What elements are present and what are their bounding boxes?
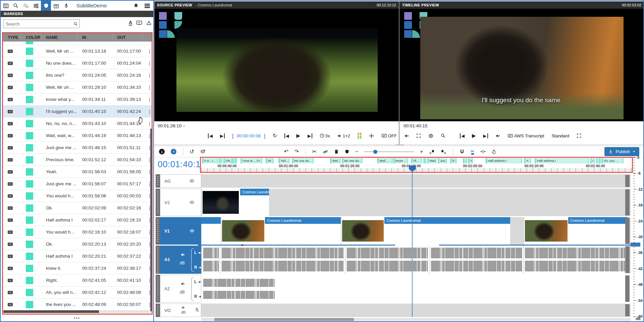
subtitle-block[interactable]: Half asthma I: [535, 158, 589, 164]
track-v2-lane[interactable]: Cosmos Laundro: [201, 189, 631, 216]
quality-selector[interactable]: Standard: [551, 133, 569, 138]
db-toggle[interactable]: dB: [180, 290, 185, 295]
mute-icon[interactable]: [404, 134, 409, 138]
goto-in-button[interactable]: ◀: [208, 133, 213, 138]
markers-vscrollbar-thumb[interactable]: [150, 129, 152, 311]
eye-icon[interactable]: [189, 200, 195, 205]
marker-color-swatch[interactable]: [26, 42, 33, 44]
track-ag-header[interactable]: AG: [160, 174, 201, 188]
export-download-icon[interactable]: [146, 20, 152, 25]
speaker-icon[interactable]: [180, 252, 185, 257]
workflow-gears-icon[interactable]: [21, 1, 31, 11]
marker-row[interactable]: Ok.00:02:02:0900:02:02:16⋮: [3, 202, 152, 214]
zoom-slider-knob[interactable]: [373, 150, 377, 154]
track-vo-grip[interactable]: [156, 304, 160, 317]
marker-row[interactable]: Precious time.00:01:52:1200:01:54:10⋮: [3, 154, 152, 166]
audio-clip[interactable]: [202, 246, 220, 274]
marker-row[interactable]: know what y...00:01:34:1100:01:39:13⋮: [3, 93, 152, 106]
marker-color-swatch[interactable]: [26, 120, 33, 127]
track-scroll-meter-block[interactable]: [625, 246, 630, 273]
timeline-tick-strip[interactable]: [201, 168, 632, 172]
snap-magnet-button[interactable]: [460, 149, 465, 154]
track-scroll-meter-block[interactable]: [625, 304, 630, 316]
col-color[interactable]: COLOR: [21, 33, 41, 42]
subtitle-block[interactable]: Half asthma I: [485, 158, 522, 164]
search-input[interactable]: [4, 21, 73, 26]
eye-icon[interactable]: [189, 229, 195, 233]
marker-color-swatch[interactable]: [26, 265, 33, 272]
subtitle-block[interactable]: I'll...: [411, 158, 422, 164]
razor-tool-button[interactable]: ✂: [471, 149, 474, 155]
subtitle-block[interactable]: No one do...: [342, 158, 363, 164]
track-a1-header[interactable]: A1 dB L R: [160, 246, 201, 274]
fullscreen-icon[interactable]: [416, 133, 421, 138]
fullscreen-icon[interactable]: [577, 133, 581, 138]
subtitle-block[interactable]: Wait...: [427, 158, 437, 164]
chevron-down-icon[interactable]: ∨: [183, 124, 185, 128]
audio-clip[interactable]: [524, 246, 630, 274]
marker-color-swatch[interactable]: [26, 144, 33, 151]
panel-resize-handle[interactable]: •••: [1, 316, 153, 321]
revert-icon[interactable]: ↺: [190, 148, 194, 155]
track-v1-grip[interactable]: [156, 217, 160, 245]
subtitle-block[interactable]: [599, 158, 601, 164]
mute-icon[interactable]: [495, 134, 500, 138]
marker-row[interactable]: No one does...00:01:17:0000:01:24:04⋮: [3, 57, 152, 69]
undo-button[interactable]: ↶: [284, 148, 288, 155]
marker-row[interactable]: Well, Mr uh ...00:01:13:1800:01:17:00⋮: [3, 45, 152, 57]
marker-row[interactable]: You would h...00:01:58:0600:02:00:03⋮: [3, 190, 152, 202]
subtitle-block[interactable]: Wel...: [330, 158, 341, 164]
track-ag-grip[interactable]: [156, 174, 160, 188]
play-button[interactable]: ▶: [472, 133, 476, 139]
marker-row[interactable]: Just give me ...00:01:56:0700:01:57:17⋮: [3, 178, 152, 190]
markers-hscrollbar-thumb[interactable]: [3, 310, 99, 313]
marker-menu-icon[interactable]: ⋮: [147, 109, 152, 114]
insert-overwrite-left-button[interactable]: [429, 149, 435, 154]
subtitle-block[interactable]: W...: [266, 158, 274, 164]
next-frame-button[interactable]: ▶: [483, 133, 488, 138]
subtitle-display-icon[interactable]: [136, 20, 142, 25]
mic-muted-icon[interactable]: [195, 307, 200, 313]
audio-channels[interactable]: 1+2: [337, 133, 350, 138]
settings-sliders-icon[interactable]: [31, 1, 41, 11]
video-clip[interactable]: Cosmos Laundromat: [524, 217, 628, 245]
next-frame-button[interactable]: ▶: [308, 133, 312, 138]
db-toggle[interactable]: dB: [181, 310, 185, 314]
track-scroll-meter-block[interactable]: [625, 189, 630, 215]
goto-out-button[interactable]: ▶: [220, 133, 225, 138]
marker-row[interactable]: this one?00:01:24:0500:01:24:16⋮: [3, 69, 152, 81]
marker-menu-icon[interactable]: ⋮: [147, 73, 152, 78]
track-scroll-meter-block[interactable]: [625, 275, 630, 302]
marker-color-swatch[interactable]: [26, 180, 33, 188]
channel-left[interactable]: L: [194, 279, 202, 284]
marker-color-swatch[interactable]: [26, 229, 33, 236]
marker-row[interactable]: ⋮: [3, 42, 152, 45]
marker-color-swatch[interactable]: [26, 204, 33, 212]
marker-color-swatch[interactable]: [26, 277, 33, 284]
marker-row[interactable]: Just give me ...00:01:48:1500:01:51:11⋮: [3, 142, 152, 154]
marker-row[interactable]: knew it.00:02:37:2400:02:38:17⋮: [3, 262, 152, 274]
delete-trash-button[interactable]: [334, 149, 339, 154]
marker-row[interactable]: I'll suggest yo...00:01:40:1500:01:42:24…: [3, 106, 152, 118]
track-a1-grip[interactable]: [156, 246, 160, 274]
marker-row[interactable]: Half asthma I00:02:20:2100:02:37:22⋮: [3, 250, 152, 262]
font-style-icon[interactable]: A: [129, 20, 132, 25]
markers-shield-icon[interactable]: [41, 1, 51, 11]
track-a2-lane[interactable]: [201, 275, 631, 303]
marker-menu-icon[interactable]: ⋮: [147, 61, 152, 66]
transcript-selector[interactable]: AWS Transcript: [507, 133, 544, 138]
video-clip[interactable]: Cosmos Laundromat: [221, 217, 341, 245]
track-scroll-meter-block[interactable]: [625, 175, 630, 187]
marker-color-swatch[interactable]: [26, 253, 33, 260]
marker-color-swatch[interactable]: [26, 241, 33, 248]
audio-clip[interactable]: [345, 246, 429, 274]
marker-row[interactable]: No, no, no, n...00:01:43:1000:01:44:18⋮: [3, 118, 152, 130]
cut-scissors-button[interactable]: ✂: [312, 148, 316, 155]
video-clip[interactable]: Cosmos Laundro: [202, 189, 269, 216]
notifications-bell-icon[interactable]: [131, 1, 141, 11]
marker-row[interactable]: Yeah.00:01:56:0300:01:56:05⋮: [3, 166, 152, 178]
marker-menu-icon[interactable]: ⋮: [147, 49, 152, 54]
subtitle-block[interactable]: P...: [450, 158, 457, 164]
eye-icon[interactable]: [189, 179, 195, 183]
marker-row[interactable]: Ah, you will n...00:02:42:1200:02:48:08⋮: [3, 286, 152, 299]
